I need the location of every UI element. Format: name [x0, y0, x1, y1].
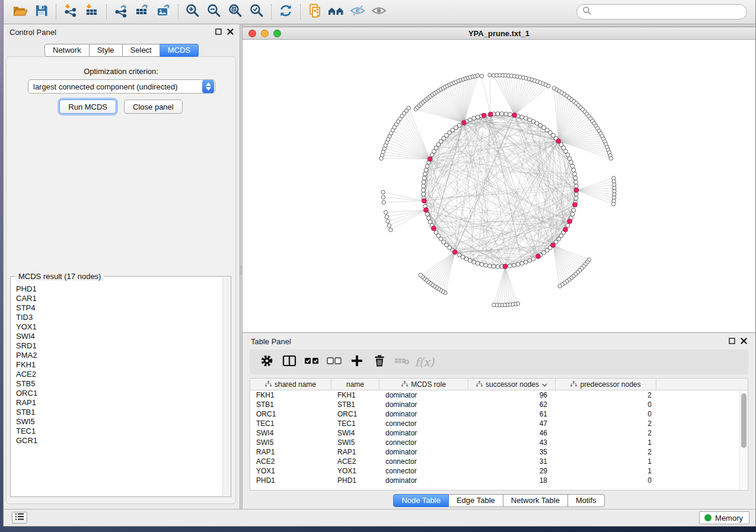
network-node[interactable] [422, 193, 426, 197]
search-box[interactable] [576, 4, 747, 20]
network-node[interactable] [496, 265, 500, 269]
network-node[interactable] [389, 228, 393, 232]
show-panels-button[interactable] [12, 512, 27, 524]
table-cell[interactable]: 35 [468, 447, 556, 457]
mcds-result-item[interactable]: ORC1 [16, 389, 230, 398]
table-cell[interactable]: dominator [379, 476, 468, 485]
tab-select[interactable]: Select [123, 44, 160, 57]
refresh-button[interactable] [275, 2, 296, 21]
table-cell[interactable]: 61 [468, 409, 556, 419]
run-mcds-button[interactable]: Run MCDS [59, 100, 116, 114]
close-window-button[interactable] [248, 30, 256, 37]
mcds-list-scrollbar[interactable] [222, 277, 230, 496]
column-header-predecessor-nodes[interactable]: predecessor nodes [556, 379, 656, 390]
network-node[interactable] [547, 84, 550, 88]
network-node[interactable] [381, 196, 385, 199]
network-node[interactable] [574, 193, 578, 197]
table-cell[interactable]: 29 [468, 466, 556, 476]
network-node[interactable] [574, 180, 578, 184]
tab-network[interactable]: Network [44, 44, 90, 57]
network-hub-node[interactable] [503, 264, 508, 269]
export-table-button[interactable] [132, 2, 153, 21]
network-node[interactable] [457, 253, 461, 257]
table-cell[interactable]: FKH1 [331, 390, 379, 400]
mcds-result-item[interactable]: GCR1 [16, 436, 230, 446]
network-node[interactable] [381, 190, 385, 194]
network-hub-node[interactable] [428, 157, 432, 162]
tab-network-table[interactable]: Network Table [503, 494, 568, 507]
tab-edge-table[interactable]: Edge Table [449, 494, 503, 507]
network-canvas[interactable] [243, 40, 755, 332]
network-node[interactable] [524, 116, 528, 120]
network-node[interactable] [384, 210, 387, 214]
mcds-result-item[interactable]: RAP1 [16, 398, 230, 408]
table-cell[interactable]: PHD1 [331, 476, 379, 485]
table-cell[interactable]: connector [379, 457, 468, 466]
table-cell[interactable]: connector [379, 419, 468, 428]
create-column-button[interactable] [346, 352, 368, 372]
network-node[interactable] [422, 184, 426, 188]
network-node[interactable] [428, 220, 432, 224]
table-cell[interactable]: 2 [556, 390, 656, 400]
network-node[interactable] [472, 116, 476, 120]
table-cell[interactable]: 1 [556, 438, 656, 447]
table-cell[interactable]: FKH1 [250, 390, 331, 400]
table-cell[interactable]: 96 [468, 390, 556, 400]
table-cell[interactable]: SWI4 [331, 428, 379, 438]
network-node[interactable] [480, 262, 484, 267]
network-node[interactable] [500, 112, 504, 116]
float-panel-button[interactable] [215, 27, 222, 37]
network-node[interactable] [611, 202, 615, 206]
network-node[interactable] [422, 176, 426, 180]
network-node[interactable] [427, 216, 431, 220]
tab-style[interactable]: Style [90, 44, 123, 57]
mcds-result-item[interactable]: PMA2 [16, 351, 230, 360]
table-cell[interactable]: 2 [556, 419, 656, 428]
network-node[interactable] [528, 258, 532, 262]
table-cell[interactable]: dominator [379, 447, 468, 457]
network-node[interactable] [566, 153, 570, 157]
table-row[interactable]: TEC1TEC1connector472 [250, 419, 748, 428]
table-cell[interactable]: 1 [556, 466, 656, 476]
network-hub-node[interactable] [563, 227, 568, 232]
table-cell[interactable]: ACE2 [331, 457, 379, 466]
network-node[interactable] [566, 223, 570, 227]
zoom-in-button[interactable] [182, 2, 203, 21]
table-cell[interactable]: STB1 [331, 400, 379, 409]
table-cell[interactable]: SWI4 [250, 428, 331, 438]
table-cell[interactable]: 46 [468, 428, 556, 438]
network-hub-node[interactable] [573, 203, 578, 207]
table-scrollbar-thumb[interactable] [741, 393, 747, 448]
network-node[interactable] [567, 156, 572, 161]
new-network-from-selection-button[interactable] [304, 2, 326, 21]
network-node[interactable] [573, 172, 577, 176]
network-node[interactable] [504, 112, 508, 116]
network-node[interactable] [434, 230, 438, 235]
mcds-result-item[interactable]: SWI4 [16, 332, 230, 341]
table-cell[interactable]: connector [379, 438, 468, 447]
network-hub-node[interactable] [512, 113, 517, 118]
table-cell[interactable]: connector [379, 466, 468, 476]
mcds-result-item[interactable]: ACE2 [16, 370, 230, 379]
network-node[interactable] [569, 161, 573, 165]
network-node[interactable] [508, 264, 512, 268]
table-row[interactable]: PHD1PHD1dominator180 [250, 476, 748, 485]
delete-column-button[interactable] [368, 352, 391, 372]
table-cell[interactable]: dominator [379, 400, 468, 409]
network-node[interactable] [407, 106, 410, 110]
network-hub-node[interactable] [488, 112, 493, 117]
network-node[interactable] [520, 115, 524, 119]
close-table-panel-button[interactable] [741, 336, 747, 347]
mcds-result-item[interactable]: YOX1 [16, 322, 230, 332]
table-row[interactable]: SWI4SWI4dominator462 [250, 428, 748, 438]
zoom-out-button[interactable] [203, 2, 225, 21]
network-node[interactable] [419, 273, 422, 277]
table-cell[interactable]: YOX1 [331, 466, 379, 476]
network-node[interactable] [476, 115, 480, 119]
table-row[interactable]: STB1STB1dominator620 [250, 400, 748, 409]
network-node[interactable] [425, 164, 429, 168]
network-node[interactable] [472, 260, 476, 264]
import-table-button[interactable] [81, 2, 103, 21]
mcds-result-item[interactable]: FKH1 [16, 360, 230, 370]
tab-motifs[interactable]: Motifs [568, 494, 605, 507]
